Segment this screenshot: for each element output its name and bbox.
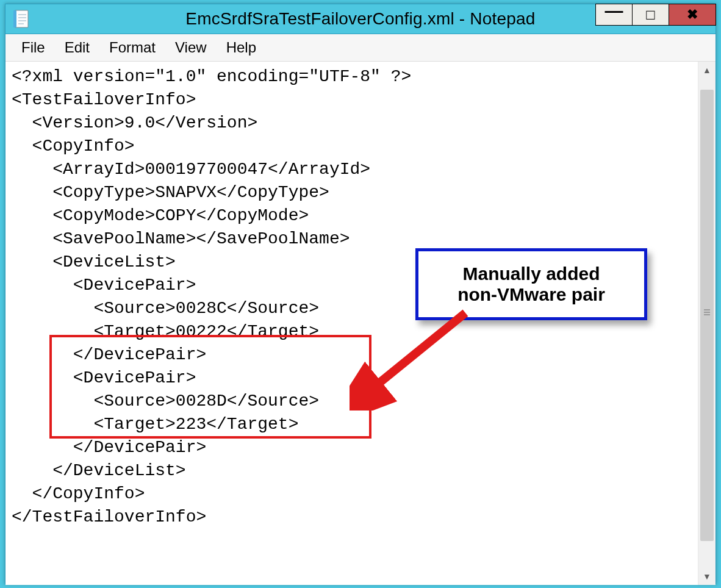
menu-bar: File Edit Format View Help — [5, 34, 716, 62]
scroll-down-button[interactable]: ▼ — [698, 568, 716, 585]
scroll-thumb[interactable] — [700, 90, 714, 541]
text-editor[interactable]: <?xml version="1.0" encoding="UTF-8" ?> … — [5, 62, 698, 585]
chevron-up-icon: ▲ — [703, 65, 711, 75]
client-area: <?xml version="1.0" encoding="UTF-8" ?> … — [5, 62, 716, 585]
annotation-callout: Manually added non-VMware pair — [415, 248, 647, 320]
scroll-up-button[interactable]: ▲ — [698, 62, 716, 79]
vertical-scrollbar[interactable]: ▲ ▼ — [698, 62, 716, 585]
window-title: EmcSrdfSraTestFailoverConfig.xml - Notep… — [185, 9, 535, 29]
menu-view[interactable]: View — [165, 39, 217, 56]
menu-help[interactable]: Help — [217, 39, 266, 56]
callout-line-2: non-VMware pair — [457, 284, 605, 305]
minimize-button[interactable]: — — [595, 4, 632, 26]
title-bar[interactable]: EmcSrdfSraTestFailoverConfig.xml - Notep… — [5, 4, 716, 34]
maximize-button[interactable]: □ — [632, 4, 669, 26]
menu-edit[interactable]: Edit — [55, 39, 99, 56]
menu-format[interactable]: Format — [99, 39, 165, 56]
menu-file[interactable]: File — [12, 39, 55, 56]
notepad-icon — [12, 9, 30, 29]
close-button[interactable]: ✖ — [669, 4, 716, 26]
window-caption-buttons: — □ ✖ — [595, 4, 716, 26]
notepad-window: EmcSrdfSraTestFailoverConfig.xml - Notep… — [5, 4, 716, 584]
svg-rect-0 — [15, 10, 28, 27]
chevron-down-icon: ▼ — [703, 572, 711, 581]
svg-rect-1 — [13, 10, 16, 27]
callout-line-1: Manually added — [462, 264, 600, 284]
